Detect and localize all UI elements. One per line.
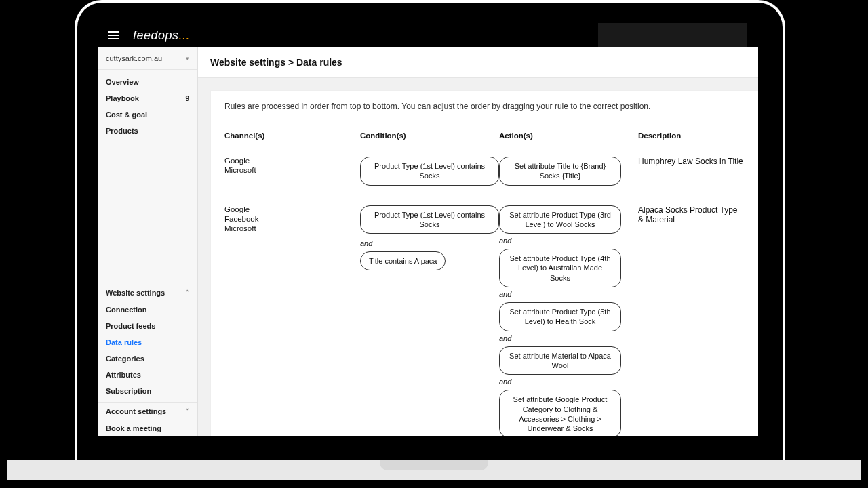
topbar: feedops... xyxy=(98,23,758,47)
chevron-down-icon: ▾ xyxy=(186,55,189,62)
breadcrumb: Website settings > Data rules xyxy=(198,47,758,78)
sidebar-item-label: Overview xyxy=(106,78,139,86)
and-label: and xyxy=(499,378,638,386)
nav-website-settings: Website settings ˄ ConnectionProduct fee… xyxy=(98,281,197,402)
site-selector[interactable]: cuttysark.com.au ▾ xyxy=(98,47,197,70)
condition-pill[interactable]: Product Type (1st Level) contains Socks xyxy=(360,205,499,235)
chevron-down-icon: ˅ xyxy=(186,408,189,415)
device-notch xyxy=(380,460,488,470)
action-pill[interactable]: Set attribute Material to Alpaca Wool xyxy=(499,346,621,375)
sidebar-item-categories[interactable]: Categories xyxy=(98,350,197,367)
sidebar-item-data-rules[interactable]: Data rules xyxy=(98,334,197,350)
action-pill[interactable]: Set attribute Google Product Category to… xyxy=(499,390,621,436)
sidebar-item-attributes[interactable]: Attributes xyxy=(98,367,197,383)
sidebar-item-label: Products xyxy=(106,127,138,135)
th-actions: Action(s) xyxy=(499,131,638,140)
badge: 9 xyxy=(185,95,189,102)
th-description: Description xyxy=(638,131,745,140)
cell-description: Humphrey Law Socks in Title xyxy=(638,157,745,166)
action-pill[interactable]: Set attribute Product Type (4th Level) t… xyxy=(499,249,621,287)
cell-channels: GoogleFacebookMicrosoft xyxy=(224,205,360,234)
sidebar-item-label: Playbook xyxy=(106,94,139,102)
logo: feedops... xyxy=(133,28,190,43)
table-row[interactable]: GoogleFacebookMicrosoftProduct Type (1st… xyxy=(211,197,758,436)
action-pill[interactable]: Set attribute Product Type (3rd Level) t… xyxy=(499,205,621,235)
sidebar-item-connection[interactable]: Connection xyxy=(98,302,197,318)
and-label: and xyxy=(499,237,638,245)
logo-text: feedops xyxy=(133,28,179,42)
intro-drag-link: dragging your rule to the correct positi… xyxy=(502,102,650,111)
topbar-right-slot xyxy=(598,23,747,47)
and-label: and xyxy=(360,239,499,247)
sidebar-item-book-meeting[interactable]: Book a meeting xyxy=(98,420,197,436)
cell-conditions: Product Type (1st Level) contains Socks xyxy=(360,157,499,188)
intro-prefix: Rules are processed in order from top to… xyxy=(224,102,502,111)
intro-text: Rules are processed in order from top to… xyxy=(211,91,758,131)
sidebar-item-products[interactable]: Products xyxy=(98,123,197,139)
sidebar-item-playbook[interactable]: Playbook9 xyxy=(98,90,197,106)
sidebar: cuttysark.com.au ▾ OverviewPlaybook9Cost… xyxy=(98,47,198,436)
sidebar-item-label: Cost & goal xyxy=(106,110,147,119)
app-screen: feedops... cuttysark.com.au ▾ OverviewPl… xyxy=(98,23,758,436)
sidebar-item-website-settings[interactable]: Website settings ˄ xyxy=(98,284,197,302)
th-channels: Channel(s) xyxy=(224,131,360,140)
nav-primary: OverviewPlaybook9Cost & goalProducts xyxy=(98,70,197,143)
rules-table: Channel(s) Condition(s) Action(s) Descri… xyxy=(211,131,758,436)
and-label: and xyxy=(499,290,638,298)
app-body: cuttysark.com.au ▾ OverviewPlaybook9Cost… xyxy=(98,47,758,436)
device-frame: feedops... cuttysark.com.au ▾ OverviewPl… xyxy=(75,0,785,460)
cell-description: Alpaca Socks Product Type & Material xyxy=(638,205,745,224)
site-selector-label: cuttysark.com.au xyxy=(106,54,162,62)
nav-head-label: Account settings xyxy=(106,407,166,415)
nav-head-label: Website settings xyxy=(106,289,165,297)
sidebar-item-account-settings[interactable]: Account settings ˅ xyxy=(98,402,197,420)
sidebar-item-subscription[interactable]: Subscription xyxy=(98,383,197,399)
content-panel: Rules are processed in order from top to… xyxy=(210,90,758,436)
action-pill[interactable]: Set attribute Product Type (5th Level) t… xyxy=(499,302,621,331)
sidebar-item-cost-goal[interactable]: Cost & goal xyxy=(98,106,197,123)
sidebar-item-product-feeds[interactable]: Product feeds xyxy=(98,318,197,334)
channel-label: Microsoft xyxy=(224,224,360,232)
cell-channels: GoogleMicrosoft xyxy=(224,157,360,176)
condition-pill[interactable]: Title contains Alpaca xyxy=(360,251,446,270)
sidebar-item-overview[interactable]: Overview xyxy=(98,74,197,90)
action-pill[interactable]: Set attribute Title to {Brand} Socks {Ti… xyxy=(499,157,621,186)
th-conditions: Condition(s) xyxy=(360,131,499,140)
condition-pill[interactable]: Product Type (1st Level) contains Socks xyxy=(360,157,499,186)
menu-icon[interactable] xyxy=(108,31,119,39)
channel-label: Google xyxy=(224,157,360,165)
table-row[interactable]: GoogleMicrosoftProduct Type (1st Level) … xyxy=(211,148,758,197)
chevron-up-icon: ˄ xyxy=(186,289,189,296)
cell-actions: Set attribute Title to {Brand} Socks {Ti… xyxy=(499,157,638,188)
and-label: and xyxy=(499,334,638,342)
cell-actions: Set attribute Product Type (3rd Level) t… xyxy=(499,205,638,436)
table-header: Channel(s) Condition(s) Action(s) Descri… xyxy=(211,131,758,148)
channel-label: Facebook xyxy=(224,215,360,223)
channel-label: Google xyxy=(224,205,360,214)
logo-dots: ... xyxy=(179,28,191,42)
channel-label: Microsoft xyxy=(224,166,360,174)
main: Website settings > Data rules Rules are … xyxy=(198,47,758,436)
cell-conditions: Product Type (1st Level) contains Socksa… xyxy=(360,205,499,274)
